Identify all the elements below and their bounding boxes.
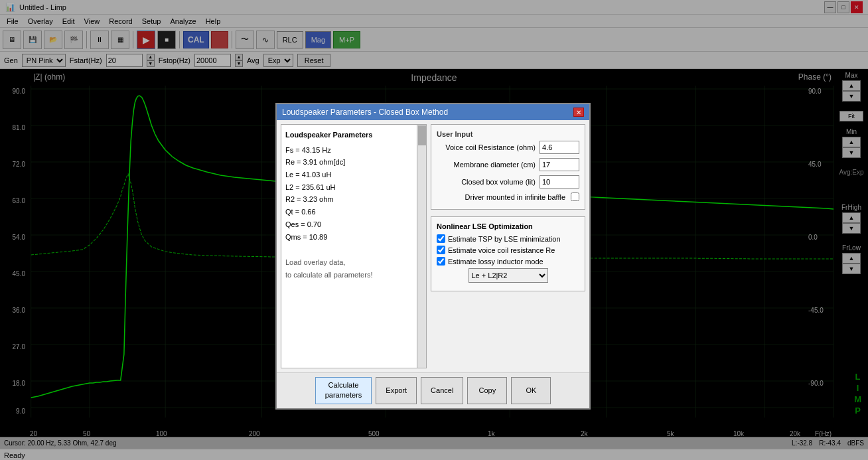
copy-button[interactable]: Copy: [467, 377, 507, 404]
modal-titlebar: Loudspeaker Parameters - Closed Box Meth…: [277, 104, 589, 120]
param-qes: Qes = 0.70: [285, 218, 422, 231]
estimate-tsp-checkbox[interactable]: [437, 234, 445, 243]
estimate-voice-checkbox[interactable]: [437, 246, 445, 254]
param-l2: L2 = 235.61 uH: [285, 181, 422, 194]
modal-overlay: Loudspeaker Parameters - Closed Box Meth…: [0, 0, 868, 460]
voice-coil-label: Voice coil Resistance (ohm): [437, 143, 536, 151]
voice-coil-input[interactable]: [540, 141, 579, 154]
estimate-voice-row: Estimate voice coil resistance Re: [437, 246, 579, 254]
calculate-button[interactable]: Calculate parameters: [315, 377, 372, 404]
estimate-lossy-label: Estimate lossy inductor mode: [448, 258, 543, 266]
export-button[interactable]: Export: [376, 377, 417, 404]
voice-coil-row: Voice coil Resistance (ohm): [437, 141, 579, 154]
closed-box-label: Closed box volume (lit): [437, 178, 536, 186]
infinite-baffle-checkbox[interactable]: [571, 192, 579, 201]
user-input-title: User Input: [437, 130, 579, 138]
estimate-tsp-row: Estimate TSP by LSE minimization: [437, 234, 579, 243]
modal-close-button[interactable]: ✕: [573, 108, 584, 117]
param-fs: Fs = 43.15 Hz: [285, 144, 422, 157]
params-title: Loudspeaker Parameters: [285, 129, 422, 141]
estimate-lossy-checkbox[interactable]: [437, 257, 445, 266]
membrane-row: Membrane diameter (cm): [437, 158, 579, 171]
param-qms: Qms = 10.89: [285, 231, 422, 244]
load-text-2: to calculate all parameters!: [285, 269, 422, 281]
user-input-section: User Input Voice coil Resistance (ohm) M…: [431, 124, 585, 210]
param-qt: Qt = 0.66: [285, 206, 422, 218]
cancel-button[interactable]: Cancel: [421, 377, 463, 404]
closed-box-input[interactable]: [540, 175, 579, 189]
nlse-title: Nonlinear LSE Optimization: [437, 222, 579, 230]
model-select[interactable]: Le + L2|R2 Le only Le + L2: [469, 268, 548, 283]
estimate-tsp-label: Estimate TSP by LSE minimization: [448, 235, 561, 243]
param-le: Le = 41.03 uH: [285, 169, 422, 181]
params-scrollbar[interactable]: [417, 125, 426, 368]
modal-buttons: Calculate parameters Export Cancel Copy …: [277, 372, 589, 408]
modal-right-panel: User Input Voice coil Resistance (ohm) M…: [431, 124, 585, 368]
param-re: Re = 3.91 ohm[dc]: [285, 156, 422, 169]
param-r2: R2 = 3.23 ohm: [285, 193, 422, 206]
scroll-thumb: [418, 125, 426, 145]
load-text-1: Load overlay data,: [285, 256, 422, 269]
closed-box-row: Closed box volume (lit): [437, 175, 579, 189]
modal-title: Loudspeaker Parameters - Closed Box Meth…: [282, 108, 448, 117]
membrane-label: Membrane diameter (cm): [437, 161, 536, 169]
modal-dialog: Loudspeaker Parameters - Closed Box Meth…: [275, 103, 591, 410]
modal-body: Loudspeaker Parameters Fs = 43.15 Hz Re …: [277, 120, 589, 372]
membrane-input[interactable]: [540, 158, 579, 171]
nlse-section: Nonlinear LSE Optimization Estimate TSP …: [431, 216, 585, 291]
estimate-voice-label: Estimate voice coil resistance Re: [448, 246, 555, 254]
ok-button[interactable]: OK: [511, 377, 551, 404]
infinite-baffle-label: Driver mounted in infinite baffle: [437, 193, 565, 201]
infinite-baffle-row: Driver mounted in infinite baffle: [437, 192, 579, 201]
estimate-lossy-row: Estimate lossy inductor mode: [437, 257, 579, 266]
modal-parameters-panel: Loudspeaker Parameters Fs = 43.15 Hz Re …: [281, 124, 427, 368]
